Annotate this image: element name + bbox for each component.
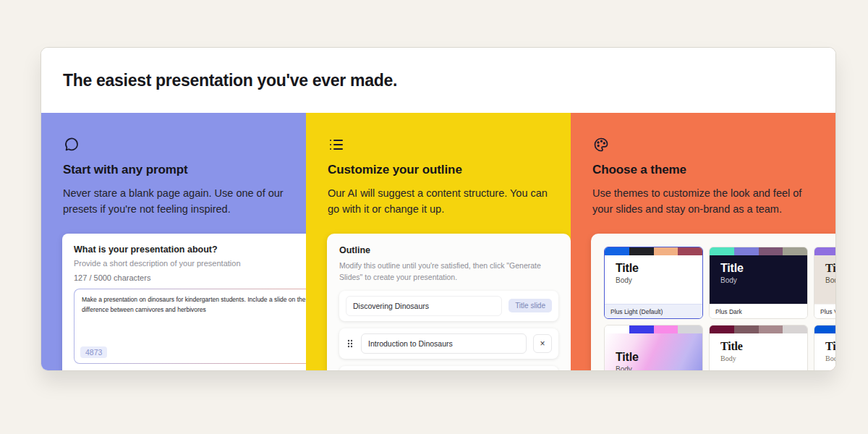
chat-bubble-icon bbox=[63, 136, 80, 153]
theme-preview: Title Body bbox=[710, 333, 807, 371]
char-counter: 127 / 5000 characters bbox=[74, 273, 306, 282]
theme-swatch-strip bbox=[710, 247, 807, 255]
theme-name-label: Plus Vintage bbox=[814, 304, 835, 318]
theme-preview: Title Body bbox=[605, 255, 702, 304]
theme-name-label: Plus Dark bbox=[710, 304, 807, 318]
theme-preview-body: Body bbox=[720, 276, 807, 284]
theme-preview-title: Title bbox=[616, 262, 702, 275]
theme-name-label: Plus Light (Default) bbox=[605, 304, 702, 318]
prompt-card-subtitle: Provide a short description of your pres… bbox=[74, 259, 306, 268]
feature-column-outline: Customize your outline Our AI will sugge… bbox=[306, 113, 571, 371]
theme-grid: Title Body Plus Light (Default) Title Bo… bbox=[604, 247, 835, 371]
outline-card: Outline Modify this outline until you're… bbox=[327, 234, 571, 371]
themes-card: Title Body Plus Light (Default) Title Bo… bbox=[591, 234, 835, 371]
theme-tile-plus-dark[interactable]: Title Body Plus Dark bbox=[709, 247, 808, 319]
theme-swatch-strip bbox=[605, 326, 702, 333]
theme-swatch-strip bbox=[710, 326, 807, 333]
title-slide-input[interactable] bbox=[346, 296, 502, 316]
feature-heading: Choose a theme bbox=[592, 163, 814, 177]
outline-slide-row: × bbox=[339, 366, 558, 372]
theme-preview-title: Title bbox=[720, 262, 807, 275]
feature-column-prompt: Start with any prompt Never stare a blan… bbox=[41, 113, 306, 371]
theme-preview-title: Title bbox=[616, 351, 702, 364]
theme-preview-title: Title bbox=[825, 262, 835, 275]
theme-preview-body: Body bbox=[825, 354, 835, 362]
drag-handle-icon[interactable] bbox=[346, 339, 354, 349]
prompt-textarea[interactable]: Make a presentation on dinosaurs for kin… bbox=[75, 289, 306, 363]
feature-heading: Customize your outline bbox=[328, 163, 549, 177]
theme-preview: Title Body bbox=[710, 255, 807, 304]
theme-swatch-strip bbox=[605, 247, 702, 255]
theme-preview: Title Body bbox=[814, 333, 835, 371]
theme-preview-body: Body bbox=[616, 276, 702, 284]
feature-column-theme: Choose a theme Use themes to customize t… bbox=[571, 113, 835, 371]
theme-preview: Title Body bbox=[605, 333, 702, 371]
prompt-card: What is your presentation about? Provide… bbox=[62, 234, 306, 371]
list-icon bbox=[328, 136, 345, 153]
outline-instructions: Modify this outline until you're satisfi… bbox=[339, 260, 558, 284]
page-title: The easiest presentation you've ever mad… bbox=[63, 71, 397, 90]
slide-title-input[interactable] bbox=[361, 371, 527, 372]
title-slide-badge: Title slide bbox=[509, 299, 552, 312]
panel-header: The easiest presentation you've ever mad… bbox=[41, 48, 835, 113]
slide-title-input[interactable] bbox=[361, 333, 527, 354]
feature-panel: The easiest presentation you've ever mad… bbox=[41, 47, 836, 371]
remove-slide-button[interactable]: × bbox=[533, 334, 552, 353]
remaining-count-badge: 4873 bbox=[80, 346, 107, 358]
theme-preview-body: Body bbox=[616, 365, 702, 371]
outline-card-title: Outline bbox=[339, 245, 558, 255]
feature-description: Never stare a blank page again. Use one … bbox=[63, 185, 284, 218]
theme-tile[interactable]: Title Body bbox=[709, 325, 808, 371]
feature-heading: Start with any prompt bbox=[63, 163, 284, 177]
theme-preview-title: Title bbox=[825, 340, 835, 353]
theme-tile-plus-vintage[interactable]: Title Body Plus Vintage bbox=[814, 247, 835, 319]
theme-preview-body: Body bbox=[825, 276, 835, 284]
palette-icon bbox=[592, 136, 610, 153]
theme-tile-plus-light[interactable]: Title Body Plus Light (Default) bbox=[604, 247, 703, 319]
prompt-card-title: What is your presentation about? bbox=[74, 244, 306, 255]
theme-preview: Title Body bbox=[814, 255, 835, 304]
theme-preview-title: Title bbox=[720, 340, 807, 353]
theme-tile[interactable]: Title Body bbox=[814, 325, 835, 371]
outline-title-row: Title slide bbox=[339, 291, 558, 321]
outline-slide-row: × bbox=[339, 328, 558, 359]
prompt-textarea-frame: Make a presentation on dinosaurs for kin… bbox=[74, 289, 306, 364]
theme-swatch-strip bbox=[814, 326, 835, 333]
theme-swatch-strip bbox=[814, 247, 835, 255]
theme-preview-body: Body bbox=[720, 354, 807, 362]
theme-tile[interactable]: Title Body bbox=[604, 325, 703, 371]
feature-description: Our AI will suggest a content structure.… bbox=[328, 185, 549, 218]
feature-description: Use themes to customize the look and fee… bbox=[592, 185, 814, 218]
